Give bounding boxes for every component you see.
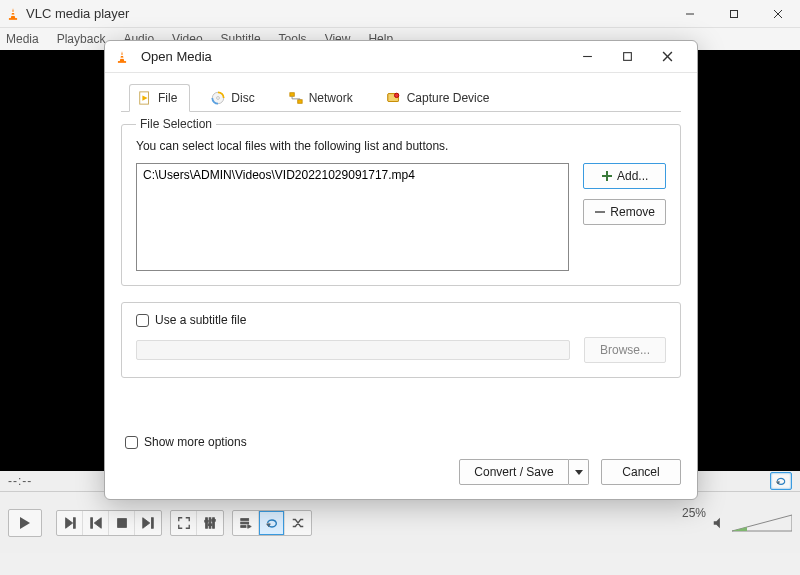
cancel-button[interactable]: Cancel bbox=[601, 459, 681, 485]
svg-marker-36 bbox=[732, 515, 792, 531]
previous-button[interactable] bbox=[83, 511, 109, 535]
playlist-button[interactable] bbox=[233, 511, 259, 535]
volume-percent: 25% bbox=[682, 506, 706, 520]
play-button[interactable] bbox=[8, 509, 42, 537]
svg-rect-41 bbox=[118, 61, 126, 63]
remove-file-button[interactable]: Remove bbox=[583, 199, 666, 225]
use-subtitle-checkbox[interactable]: Use a subtitle file bbox=[136, 313, 666, 327]
svg-marker-0 bbox=[11, 8, 16, 19]
main-titlebar: VLC media player bbox=[0, 0, 800, 28]
open-media-dialog: Open Media File Disc Network Capture Dev… bbox=[104, 40, 698, 500]
subtitle-path-field bbox=[136, 340, 570, 360]
svg-rect-31 bbox=[240, 522, 248, 524]
speaker-icon[interactable] bbox=[712, 516, 726, 530]
svg-rect-51 bbox=[297, 100, 301, 104]
add-file-label: Add... bbox=[617, 169, 648, 183]
minus-icon bbox=[594, 206, 606, 218]
convert-save-dropdown[interactable] bbox=[569, 459, 589, 485]
svg-rect-3 bbox=[9, 18, 17, 20]
tab-network[interactable]: Network bbox=[280, 84, 366, 112]
svg-marker-20 bbox=[94, 517, 101, 528]
convert-save-label: Convert / Save bbox=[474, 465, 553, 479]
browse-subtitle-button[interactable]: Browse... bbox=[584, 337, 666, 363]
checkbox-icon bbox=[136, 314, 149, 327]
dialog-minimize-button[interactable] bbox=[567, 43, 607, 71]
tab-file-label: File bbox=[158, 91, 177, 105]
svg-marker-58 bbox=[575, 470, 583, 475]
svg-rect-19 bbox=[90, 517, 92, 528]
svg-rect-56 bbox=[602, 175, 612, 177]
dialog-title: Open Media bbox=[141, 49, 567, 64]
svg-rect-29 bbox=[212, 519, 216, 521]
svg-rect-24 bbox=[206, 517, 208, 528]
svg-rect-57 bbox=[595, 211, 605, 213]
extended-settings-button[interactable] bbox=[197, 511, 223, 535]
svg-rect-1 bbox=[11, 11, 15, 12]
tab-capture-label: Capture Device bbox=[407, 91, 490, 105]
svg-marker-38 bbox=[120, 51, 125, 62]
tab-capture[interactable]: Capture Device bbox=[378, 84, 503, 112]
svg-point-54 bbox=[394, 93, 398, 97]
main-window-title: VLC media player bbox=[26, 6, 668, 21]
main-maximize-button[interactable] bbox=[712, 0, 756, 28]
svg-rect-32 bbox=[240, 525, 245, 527]
svg-rect-50 bbox=[290, 93, 294, 97]
svg-rect-43 bbox=[623, 53, 631, 61]
file-selection-legend: File Selection bbox=[136, 117, 216, 131]
fullscreen-button[interactable] bbox=[171, 511, 197, 535]
next-button[interactable] bbox=[135, 511, 161, 535]
disc-icon bbox=[211, 91, 225, 105]
menu-playback[interactable]: Playback bbox=[57, 32, 106, 46]
tab-file[interactable]: File bbox=[129, 84, 190, 112]
dialog-footer: Convert / Save Cancel bbox=[105, 449, 697, 499]
capture-icon bbox=[387, 91, 401, 105]
time-elapsed: --:-- bbox=[8, 474, 32, 488]
vlc-cone-icon bbox=[6, 7, 20, 21]
dialog-close-button[interactable] bbox=[647, 43, 687, 71]
cancel-label: Cancel bbox=[622, 465, 659, 479]
svg-marker-16 bbox=[20, 517, 30, 529]
main-close-button[interactable] bbox=[756, 0, 800, 28]
main-minimize-button[interactable] bbox=[668, 0, 712, 28]
file-list[interactable]: C:\Users\ADMIN\Videos\VID20221029091717.… bbox=[136, 163, 569, 271]
loop-button[interactable] bbox=[259, 511, 285, 535]
browse-subtitle-label: Browse... bbox=[600, 343, 650, 357]
dialog-tabs: File Disc Network Capture Device bbox=[121, 83, 681, 112]
tab-network-label: Network bbox=[309, 91, 353, 105]
checkbox-icon bbox=[125, 436, 138, 449]
svg-marker-33 bbox=[247, 524, 251, 528]
svg-rect-28 bbox=[208, 523, 212, 525]
tab-disc-label: Disc bbox=[231, 91, 254, 105]
dialog-titlebar: Open Media bbox=[105, 41, 697, 73]
stop-button[interactable] bbox=[109, 511, 135, 535]
vlc-cone-icon bbox=[115, 50, 129, 64]
svg-marker-22 bbox=[143, 517, 150, 528]
menu-media[interactable]: Media bbox=[6, 32, 39, 46]
svg-rect-5 bbox=[731, 10, 738, 17]
file-list-item[interactable]: C:\Users\ADMIN\Videos\VID20221029091717.… bbox=[143, 168, 562, 182]
svg-rect-40 bbox=[120, 57, 124, 58]
add-file-button[interactable]: Add... bbox=[583, 163, 666, 189]
svg-rect-27 bbox=[205, 520, 209, 522]
loop-single-button[interactable] bbox=[770, 472, 792, 490]
dialog-maximize-button[interactable] bbox=[607, 43, 647, 71]
show-more-options-checkbox[interactable]: Show more options bbox=[105, 427, 697, 449]
svg-point-49 bbox=[217, 97, 220, 100]
remove-file-label: Remove bbox=[610, 205, 655, 219]
svg-rect-25 bbox=[209, 517, 211, 528]
frame-step-button[interactable] bbox=[57, 511, 83, 535]
svg-rect-30 bbox=[240, 518, 248, 520]
network-icon bbox=[289, 91, 303, 105]
plus-icon bbox=[601, 170, 613, 182]
svg-rect-39 bbox=[120, 54, 124, 55]
file-selection-fieldset: File Selection You can select local file… bbox=[121, 124, 681, 286]
volume-slider[interactable] bbox=[732, 514, 792, 532]
tab-disc[interactable]: Disc bbox=[202, 84, 267, 112]
convert-save-button[interactable]: Convert / Save bbox=[459, 459, 589, 485]
chevron-down-icon bbox=[575, 468, 583, 476]
show-more-options-label: Show more options bbox=[144, 435, 247, 449]
file-icon bbox=[138, 91, 152, 105]
svg-marker-17 bbox=[65, 517, 72, 528]
playback-controls: 25% bbox=[0, 491, 800, 553]
shuffle-button[interactable] bbox=[285, 511, 311, 535]
